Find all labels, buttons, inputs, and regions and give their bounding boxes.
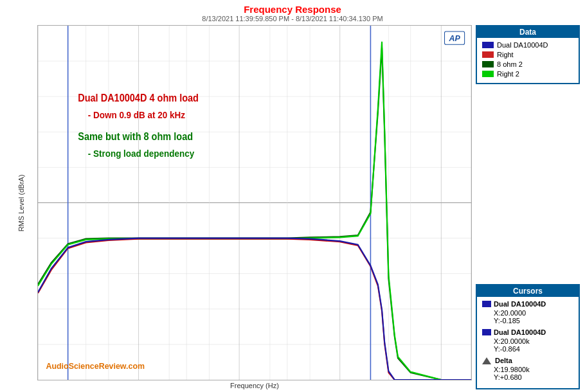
chart-area: +5 +4 +3 +2 +1 0 -1 -2 -3 -4 — [37, 25, 472, 380]
x-axis-spacer — [5, 380, 37, 389]
y-axis-label: RMS Level (dBrA) — [17, 174, 25, 231]
watermark: AudioScienceReview.com — [46, 361, 145, 371]
legend-label-3: Right 2 — [497, 70, 519, 78]
ap-logo: AP — [448, 33, 460, 43]
delta-header: Delta — [482, 357, 573, 364]
cursor-1-section: Dual DA10004D X:20.0000 Y:-0.185 — [482, 300, 573, 325]
legend-color-0 — [482, 42, 494, 48]
legend-item-0: Dual DA10004D — [482, 41, 573, 49]
legend-item-2: 8 ohm 2 — [482, 60, 573, 68]
legend-color-3 — [482, 71, 494, 77]
cursor-2-y: Y:-0.864 — [494, 345, 573, 353]
legend-label-0: Dual DA10004D — [497, 41, 548, 49]
x-axis-row: Frequency (Hz) — [5, 380, 472, 389]
cursor-1-y: Y:-0.185 — [494, 317, 573, 325]
chart-inner: RMS Level (dBrA) — [5, 25, 472, 380]
cursor-2-label: Dual DA10004D — [494, 328, 546, 336]
right-panel: Data Dual DA10004D Right 8 ohm 2 — [476, 25, 580, 389]
data-panel: Data Dual DA10004D Right 8 ohm 2 — [476, 25, 580, 84]
chart-wrapper: RMS Level (dBrA) — [5, 25, 472, 389]
x-axis-label: Frequency (Hz) — [37, 382, 472, 389]
legend-color-1 — [482, 51, 494, 58]
y-axis-col: RMS Level (dBrA) — [5, 25, 37, 380]
cursors-panel: Cursors Dual DA10004D X:20.0000 Y:-0.185 — [476, 284, 580, 389]
cursor-2-section: Dual DA10004D X:20.0000k Y:-0.864 — [482, 328, 573, 353]
legend-item-3: Right 2 — [482, 70, 573, 78]
cursor-1-header: Dual DA10004D — [482, 300, 573, 308]
annotation-4: - Strong load dependency — [88, 148, 195, 159]
main-container: Frequency Response 8/13/2021 11:39:59.85… — [0, 0, 585, 392]
chart-svg: +5 +4 +3 +2 +1 0 -1 -2 -3 -4 — [38, 26, 471, 380]
cursor-1-label: Dual DA10004D — [494, 300, 546, 308]
title-area: Frequency Response 8/13/2021 11:39:59.85… — [0, 0, 585, 22]
annotation-2: - Down 0.9 dB at 20 kHz — [88, 109, 185, 120]
delta-section: Delta X:19.9800k Y:+0.680 — [482, 357, 573, 381]
cursor-1-color — [482, 301, 491, 307]
cursors-panel-header: Cursors — [477, 285, 579, 297]
data-panel-body: Dual DA10004D Right 8 ohm 2 Right 2 — [477, 38, 579, 83]
delta-y: Y:+0.680 — [494, 373, 573, 381]
chart-title: Frequency Response — [0, 4, 585, 15]
chart-subtitle: 8/13/2021 11:39:59.850 PM - 8/13/2021 11… — [0, 15, 585, 22]
cursor-2-x: X:20.0000k — [494, 337, 573, 345]
delta-x: X:19.9800k — [494, 366, 573, 373]
delta-label: Delta — [495, 357, 512, 364]
annotation-3: Same but with 8 ohm load — [78, 130, 193, 142]
content-area: RMS Level (dBrA) — [0, 22, 585, 392]
legend-item-1: Right — [482, 51, 573, 58]
legend-label-1: Right — [497, 51, 514, 58]
annotation-1: Dual DA10004D 4 ohm load — [78, 93, 199, 104]
legend-color-2 — [482, 61, 494, 67]
delta-icon — [482, 357, 491, 364]
legend-label-2: 8 ohm 2 — [497, 60, 523, 68]
cursors-panel-body: Dual DA10004D X:20.0000 Y:-0.185 Dual DA… — [477, 297, 579, 388]
cursor-2-header: Dual DA10004D — [482, 328, 573, 336]
cursor-2-color — [482, 329, 491, 335]
cursor-1-x: X:20.0000 — [494, 309, 573, 317]
data-panel-header: Data — [477, 26, 579, 38]
